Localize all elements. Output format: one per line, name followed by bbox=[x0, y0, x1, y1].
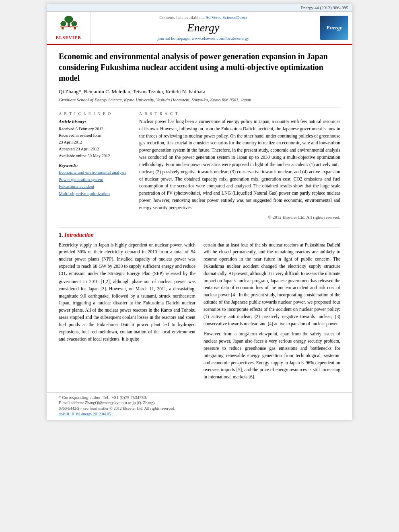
footer-email: E-mail address: ZhangQi@energy.kyoto-u.a… bbox=[59, 401, 340, 405]
intro-para-right-2: However, from a long-term viewpoint, apa… bbox=[204, 331, 340, 381]
keywords-label: Keywords: bbox=[59, 163, 131, 168]
abstract-text: Nuclear power has long been a cornerston… bbox=[139, 118, 340, 212]
page-footer: * Corresponding author. Tel.: +81 (0)75 … bbox=[47, 392, 352, 420]
footnote-star: * Corresponding author. Tel.: +81 (0)75 … bbox=[59, 395, 340, 400]
sciverse-line: Contents lists available at SciVerse Sci… bbox=[159, 15, 247, 20]
journal-title: Energy bbox=[187, 21, 220, 34]
keywords-section: Keywords: Economic and environmental ana… bbox=[59, 163, 131, 197]
intro-col-left: Electricity supply in Japan is highly de… bbox=[59, 242, 195, 384]
svg-point-4 bbox=[71, 21, 77, 27]
keyword-3[interactable]: Fukushima accident bbox=[59, 183, 131, 190]
journal-header: ELSEVIER Contents lists available at Sci… bbox=[47, 12, 352, 45]
history-label: Article history: bbox=[59, 118, 131, 125]
journal-logo-right: Energy bbox=[316, 12, 352, 44]
body-content: 1. Introduction Electricity supply in Ja… bbox=[47, 228, 352, 392]
sciverse-link[interactable]: SciVerse ScienceDirect bbox=[206, 15, 247, 20]
affiliation: Graduate School of Energy Science, Kyoto… bbox=[59, 97, 340, 102]
elsevier-label: ELSEVIER bbox=[56, 35, 82, 40]
energy-logo-box: Energy bbox=[320, 16, 348, 40]
journal-homepage[interactable]: journal homepage: www.elsevier.com/locat… bbox=[157, 36, 249, 41]
intro-para-right-1: certain that at least four of the six nu… bbox=[204, 242, 340, 328]
article-info-abstract: A R T I C L E I N F O Article history: R… bbox=[59, 111, 340, 220]
footer-doi: doi:10.1016/j.energy.2012.04.051 bbox=[59, 412, 340, 416]
available-date: Available online 30 May 2012 bbox=[59, 153, 131, 159]
intro-para-left: Electricity supply in Japan is highly de… bbox=[59, 242, 195, 343]
keyword-4[interactable]: Multi-objective optimization bbox=[59, 190, 131, 197]
journal-page: Energy 44 (2012) 986–995 ELSEVIER Conten… bbox=[47, 4, 352, 420]
received-date-1: Received 5 February 2012 bbox=[59, 126, 131, 132]
svg-point-2 bbox=[64, 16, 73, 23]
article-title: Economic and environmental analysis of p… bbox=[59, 51, 340, 84]
keyword-1[interactable]: Economic and environmental analysis bbox=[59, 169, 131, 176]
copyright-line: © 2012 Elsevier Ltd. All rights reserved… bbox=[139, 215, 340, 220]
abstract-col: A B S T R A C T Nuclear power has long b… bbox=[139, 111, 340, 220]
top-bar: Energy 44 (2012) 986–995 bbox=[47, 4, 352, 12]
article-info-box: Article history: Received 5 February 201… bbox=[59, 118, 131, 159]
svg-rect-5 bbox=[62, 27, 64, 29]
article-content: Economic and environmental analysis of p… bbox=[47, 45, 352, 228]
introduction-body: Electricity supply in Japan is highly de… bbox=[59, 242, 340, 384]
journal-citation: Energy 44 (2012) 986–995 bbox=[300, 5, 348, 10]
keyword-2[interactable]: Power generation system bbox=[59, 176, 131, 183]
elsevier-tree-icon bbox=[57, 16, 81, 34]
authors: Qi Zhang*, Benjamin C. Mclellan, Tetsuo … bbox=[59, 88, 340, 95]
article-info-heading: A R T I C L E I N F O bbox=[59, 111, 131, 116]
intro-col-right: certain that at least four of the six nu… bbox=[204, 242, 340, 384]
svg-point-3 bbox=[60, 21, 66, 27]
abstract-heading: A B S T R A C T bbox=[139, 111, 340, 116]
footer-issn: 0360-5442/$ – see front matter © 2012 El… bbox=[59, 406, 340, 411]
received-date-2: 23 April 2012 bbox=[59, 139, 131, 146]
svg-rect-6 bbox=[74, 27, 76, 29]
journal-center: Contents lists available at SciVerse Sci… bbox=[91, 12, 316, 44]
article-info-col: A R T I C L E I N F O Article history: R… bbox=[59, 111, 131, 220]
elsevier-logo: ELSEVIER bbox=[47, 12, 91, 44]
section-heading: 1. Introduction bbox=[59, 232, 340, 238]
divider-1 bbox=[59, 107, 340, 107]
accepted-date: Accepted 23 April 2012 bbox=[59, 146, 131, 152]
received-revised-label: Received in revised form bbox=[59, 132, 131, 139]
